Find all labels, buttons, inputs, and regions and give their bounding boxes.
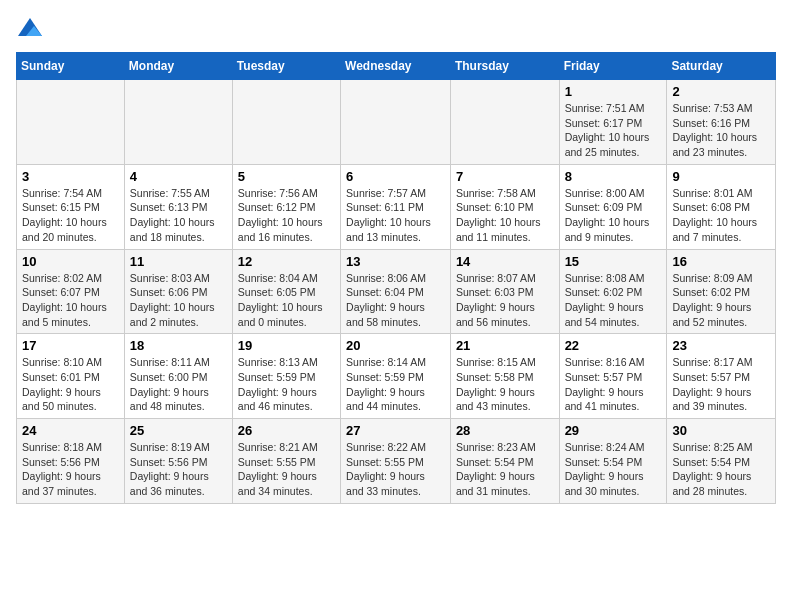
day-number: 18 <box>130 338 227 353</box>
calendar-cell: 19Sunrise: 8:13 AM Sunset: 5:59 PM Dayli… <box>232 334 340 419</box>
calendar-cell: 30Sunrise: 8:25 AM Sunset: 5:54 PM Dayli… <box>667 419 776 504</box>
day-info: Sunrise: 8:09 AM Sunset: 6:02 PM Dayligh… <box>672 271 770 330</box>
calendar-cell: 7Sunrise: 7:58 AM Sunset: 6:10 PM Daylig… <box>450 164 559 249</box>
day-number: 10 <box>22 254 119 269</box>
day-info: Sunrise: 8:02 AM Sunset: 6:07 PM Dayligh… <box>22 271 119 330</box>
calendar-cell: 4Sunrise: 7:55 AM Sunset: 6:13 PM Daylig… <box>124 164 232 249</box>
day-info: Sunrise: 8:22 AM Sunset: 5:55 PM Dayligh… <box>346 440 445 499</box>
day-number: 12 <box>238 254 335 269</box>
day-number: 8 <box>565 169 662 184</box>
calendar-cell: 20Sunrise: 8:14 AM Sunset: 5:59 PM Dayli… <box>341 334 451 419</box>
day-info: Sunrise: 8:21 AM Sunset: 5:55 PM Dayligh… <box>238 440 335 499</box>
calendar-cell <box>124 80 232 165</box>
day-info: Sunrise: 8:00 AM Sunset: 6:09 PM Dayligh… <box>565 186 662 245</box>
day-number: 1 <box>565 84 662 99</box>
calendar-cell <box>341 80 451 165</box>
day-info: Sunrise: 7:54 AM Sunset: 6:15 PM Dayligh… <box>22 186 119 245</box>
day-number: 11 <box>130 254 227 269</box>
calendar-cell <box>232 80 340 165</box>
day-info: Sunrise: 8:24 AM Sunset: 5:54 PM Dayligh… <box>565 440 662 499</box>
calendar-cell: 11Sunrise: 8:03 AM Sunset: 6:06 PM Dayli… <box>124 249 232 334</box>
day-info: Sunrise: 7:57 AM Sunset: 6:11 PM Dayligh… <box>346 186 445 245</box>
day-number: 7 <box>456 169 554 184</box>
col-header-monday: Monday <box>124 53 232 80</box>
calendar-cell: 21Sunrise: 8:15 AM Sunset: 5:58 PM Dayli… <box>450 334 559 419</box>
day-info: Sunrise: 7:53 AM Sunset: 6:16 PM Dayligh… <box>672 101 770 160</box>
day-number: 26 <box>238 423 335 438</box>
calendar-cell <box>17 80 125 165</box>
day-info: Sunrise: 8:10 AM Sunset: 6:01 PM Dayligh… <box>22 355 119 414</box>
calendar-cell: 22Sunrise: 8:16 AM Sunset: 5:57 PM Dayli… <box>559 334 667 419</box>
calendar-cell <box>450 80 559 165</box>
day-info: Sunrise: 8:17 AM Sunset: 5:57 PM Dayligh… <box>672 355 770 414</box>
calendar-cell: 29Sunrise: 8:24 AM Sunset: 5:54 PM Dayli… <box>559 419 667 504</box>
calendar-week-row: 24Sunrise: 8:18 AM Sunset: 5:56 PM Dayli… <box>17 419 776 504</box>
day-info: Sunrise: 8:06 AM Sunset: 6:04 PM Dayligh… <box>346 271 445 330</box>
day-number: 22 <box>565 338 662 353</box>
day-number: 23 <box>672 338 770 353</box>
calendar-cell: 17Sunrise: 8:10 AM Sunset: 6:01 PM Dayli… <box>17 334 125 419</box>
day-number: 2 <box>672 84 770 99</box>
day-number: 24 <box>22 423 119 438</box>
day-info: Sunrise: 7:58 AM Sunset: 6:10 PM Dayligh… <box>456 186 554 245</box>
day-info: Sunrise: 8:03 AM Sunset: 6:06 PM Dayligh… <box>130 271 227 330</box>
day-number: 6 <box>346 169 445 184</box>
logo <box>16 16 48 44</box>
calendar-cell: 3Sunrise: 7:54 AM Sunset: 6:15 PM Daylig… <box>17 164 125 249</box>
calendar-cell: 14Sunrise: 8:07 AM Sunset: 6:03 PM Dayli… <box>450 249 559 334</box>
calendar-cell: 2Sunrise: 7:53 AM Sunset: 6:16 PM Daylig… <box>667 80 776 165</box>
page-header <box>16 16 776 44</box>
day-info: Sunrise: 7:55 AM Sunset: 6:13 PM Dayligh… <box>130 186 227 245</box>
day-info: Sunrise: 8:15 AM Sunset: 5:58 PM Dayligh… <box>456 355 554 414</box>
calendar-cell: 23Sunrise: 8:17 AM Sunset: 5:57 PM Dayli… <box>667 334 776 419</box>
day-info: Sunrise: 8:08 AM Sunset: 6:02 PM Dayligh… <box>565 271 662 330</box>
day-info: Sunrise: 8:18 AM Sunset: 5:56 PM Dayligh… <box>22 440 119 499</box>
day-info: Sunrise: 8:11 AM Sunset: 6:00 PM Dayligh… <box>130 355 227 414</box>
calendar-cell: 1Sunrise: 7:51 AM Sunset: 6:17 PM Daylig… <box>559 80 667 165</box>
day-number: 17 <box>22 338 119 353</box>
col-header-friday: Friday <box>559 53 667 80</box>
calendar-cell: 10Sunrise: 8:02 AM Sunset: 6:07 PM Dayli… <box>17 249 125 334</box>
day-info: Sunrise: 8:14 AM Sunset: 5:59 PM Dayligh… <box>346 355 445 414</box>
calendar-cell: 28Sunrise: 8:23 AM Sunset: 5:54 PM Dayli… <box>450 419 559 504</box>
calendar-cell: 13Sunrise: 8:06 AM Sunset: 6:04 PM Dayli… <box>341 249 451 334</box>
calendar-cell: 15Sunrise: 8:08 AM Sunset: 6:02 PM Dayli… <box>559 249 667 334</box>
logo-icon <box>16 16 44 44</box>
day-info: Sunrise: 8:25 AM Sunset: 5:54 PM Dayligh… <box>672 440 770 499</box>
col-header-wednesday: Wednesday <box>341 53 451 80</box>
day-number: 14 <box>456 254 554 269</box>
col-header-sunday: Sunday <box>17 53 125 80</box>
calendar-cell: 9Sunrise: 8:01 AM Sunset: 6:08 PM Daylig… <box>667 164 776 249</box>
day-number: 19 <box>238 338 335 353</box>
day-number: 9 <box>672 169 770 184</box>
day-number: 16 <box>672 254 770 269</box>
calendar-week-row: 3Sunrise: 7:54 AM Sunset: 6:15 PM Daylig… <box>17 164 776 249</box>
calendar-week-row: 10Sunrise: 8:02 AM Sunset: 6:07 PM Dayli… <box>17 249 776 334</box>
calendar-cell: 16Sunrise: 8:09 AM Sunset: 6:02 PM Dayli… <box>667 249 776 334</box>
day-info: Sunrise: 8:07 AM Sunset: 6:03 PM Dayligh… <box>456 271 554 330</box>
day-number: 29 <box>565 423 662 438</box>
col-header-saturday: Saturday <box>667 53 776 80</box>
calendar-cell: 24Sunrise: 8:18 AM Sunset: 5:56 PM Dayli… <box>17 419 125 504</box>
col-header-thursday: Thursday <box>450 53 559 80</box>
day-number: 25 <box>130 423 227 438</box>
calendar-week-row: 17Sunrise: 8:10 AM Sunset: 6:01 PM Dayli… <box>17 334 776 419</box>
day-number: 21 <box>456 338 554 353</box>
day-number: 15 <box>565 254 662 269</box>
day-number: 27 <box>346 423 445 438</box>
calendar-week-row: 1Sunrise: 7:51 AM Sunset: 6:17 PM Daylig… <box>17 80 776 165</box>
col-header-tuesday: Tuesday <box>232 53 340 80</box>
day-number: 3 <box>22 169 119 184</box>
day-info: Sunrise: 8:13 AM Sunset: 5:59 PM Dayligh… <box>238 355 335 414</box>
calendar-header-row: SundayMondayTuesdayWednesdayThursdayFrid… <box>17 53 776 80</box>
day-number: 30 <box>672 423 770 438</box>
day-number: 4 <box>130 169 227 184</box>
calendar-cell: 25Sunrise: 8:19 AM Sunset: 5:56 PM Dayli… <box>124 419 232 504</box>
day-number: 20 <box>346 338 445 353</box>
calendar-cell: 8Sunrise: 8:00 AM Sunset: 6:09 PM Daylig… <box>559 164 667 249</box>
calendar-cell: 6Sunrise: 7:57 AM Sunset: 6:11 PM Daylig… <box>341 164 451 249</box>
day-number: 28 <box>456 423 554 438</box>
day-info: Sunrise: 7:51 AM Sunset: 6:17 PM Dayligh… <box>565 101 662 160</box>
calendar-cell: 18Sunrise: 8:11 AM Sunset: 6:00 PM Dayli… <box>124 334 232 419</box>
calendar-table: SundayMondayTuesdayWednesdayThursdayFrid… <box>16 52 776 504</box>
